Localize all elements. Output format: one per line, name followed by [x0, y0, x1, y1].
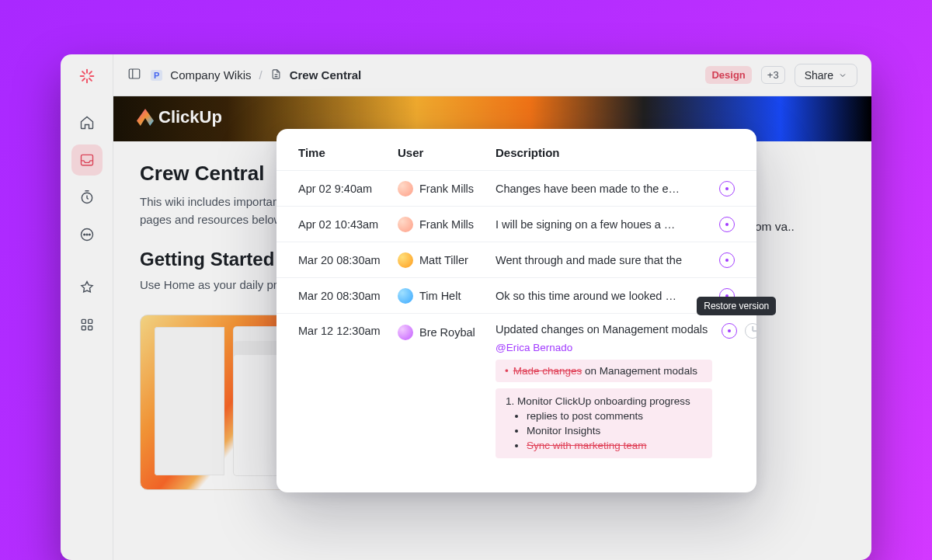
share-button[interactable]: Share: [795, 64, 857, 87]
version-row[interactable]: Mar 20 08:30am Matt Tiller Went through …: [276, 242, 756, 277]
svg-line-6: [82, 78, 85, 81]
mention[interactable]: @Erica Bernado: [496, 339, 712, 360]
svg-point-12: [89, 234, 90, 235]
tag-design[interactable]: Design: [705, 66, 751, 84]
svg-line-7: [89, 71, 92, 74]
brand-name: ClickUp: [158, 107, 222, 127]
space-badge: P: [151, 70, 162, 81]
breadcrumb: P Company Wikis / Crew Central: [151, 68, 361, 82]
avatar: [398, 288, 413, 304]
breadcrumb-doc[interactable]: Crew Central: [290, 68, 362, 82]
version-desc: Ok so this time around we looked up how: [496, 290, 687, 302]
version-user: Frank Mills: [419, 183, 474, 195]
topbar: P Company Wikis / Crew Central Design +3…: [113, 54, 871, 96]
version-time: Mar 20 08:30am: [298, 254, 398, 266]
nav-home[interactable]: [71, 107, 103, 138]
version-desc: Went through and made sure that the: [496, 254, 687, 266]
diff-bullet-strike: Sync with marketing team: [527, 440, 647, 451]
version-desc: Changes have been made to the exterior: [496, 183, 687, 195]
version-time: Apr 02 9:40am: [298, 183, 398, 195]
nav-apps[interactable]: [71, 309, 103, 340]
version-detail: @Erica Bernado •Made changes on Manageme…: [496, 336, 712, 458]
version-user: Matt Tiller: [419, 254, 468, 266]
version-row[interactable]: Apr 02 10:43am Frank Mills I will be sig…: [276, 206, 756, 242]
version-time: Mar 12 12:30am: [298, 323, 398, 337]
version-menu-button[interactable]: [719, 252, 735, 268]
main-area: P Company Wikis / Crew Central Design +3…: [113, 54, 871, 560]
version-row[interactable]: Mar 20 08:30am Tim Helt Ok so this time …: [276, 277, 756, 313]
share-button-label: Share: [805, 69, 833, 82]
svg-rect-13: [82, 319, 85, 323]
diff-bullet: replies to post comments: [527, 409, 703, 423]
version-time: Mar 20 08:30am: [298, 290, 398, 302]
svg-line-5: [89, 78, 92, 81]
version-user: Frank Mills: [419, 218, 474, 231]
version-row[interactable]: Mar 12 12:30am Bre Roybal Updated change…: [276, 313, 756, 475]
banner-brand: ClickUp: [137, 107, 222, 127]
avatar: [398, 217, 413, 232]
version-menu-button[interactable]: [719, 217, 735, 232]
diff-block: Monitor ClickUp onboarding progress repl…: [496, 388, 712, 458]
version-row[interactable]: Apr 02 9:40am Frank Mills Changes have b…: [276, 170, 756, 206]
nav-more[interactable]: [71, 219, 103, 250]
breadcrumb-space[interactable]: Company Wikis: [170, 68, 251, 82]
version-desc: I will be signing on a few houes a week: [496, 218, 687, 231]
svg-line-4: [82, 71, 85, 74]
svg-point-10: [83, 234, 85, 235]
nav-favorites[interactable]: [71, 272, 103, 303]
diff-rest: on Management modals: [582, 365, 697, 377]
doc-icon: [270, 68, 282, 82]
nav-timer[interactable]: [71, 182, 103, 213]
panel-toggle-icon[interactable]: [127, 67, 141, 84]
version-desc: Updated changes on Management modals: [496, 323, 712, 336]
brand-mark-icon: [137, 109, 154, 126]
app-logo-icon[interactable]: [76, 65, 98, 87]
app-window: P Company Wikis / Crew Central Design +3…: [61, 54, 871, 560]
svg-point-11: [86, 234, 88, 235]
avatar: [398, 252, 413, 268]
version-menu-button[interactable]: [719, 181, 735, 197]
svg-rect-17: [129, 69, 140, 78]
diff-ordered-item: Monitor ClickUp onboarding progress: [517, 394, 703, 409]
diff-block: •Made changes on Management modals: [496, 360, 712, 382]
col-header-desc: Description: [496, 146, 687, 159]
members-count-badge[interactable]: +3: [761, 66, 785, 84]
left-rail: [61, 54, 113, 560]
avatar: [398, 181, 413, 197]
svg-rect-15: [82, 326, 85, 330]
version-menu-button[interactable]: [722, 323, 737, 339]
breadcrumb-separator: /: [259, 68, 263, 82]
svg-rect-16: [88, 326, 92, 330]
version-user: Bre Roybal: [419, 326, 475, 339]
modal-header-row: Time User Description: [276, 146, 756, 170]
col-header-user: User: [398, 146, 496, 159]
restore-version-button[interactable]: [745, 323, 760, 339]
nav-inbox[interactable]: [71, 144, 103, 176]
chevron-down-icon: [838, 71, 847, 80]
version-time: Apr 02 10:43am: [298, 218, 398, 231]
diff-bullet: Monitor Insights: [527, 423, 703, 438]
version-user: Tim Helt: [419, 290, 461, 302]
restore-tooltip: Restore version: [697, 297, 776, 315]
version-history-modal: Time User Description Apr 02 9:40am Fran…: [276, 129, 756, 492]
avatar: [398, 325, 413, 340]
svg-rect-14: [88, 319, 92, 323]
col-header-time: Time: [298, 146, 398, 159]
diff-strike: Made changes: [513, 365, 582, 377]
